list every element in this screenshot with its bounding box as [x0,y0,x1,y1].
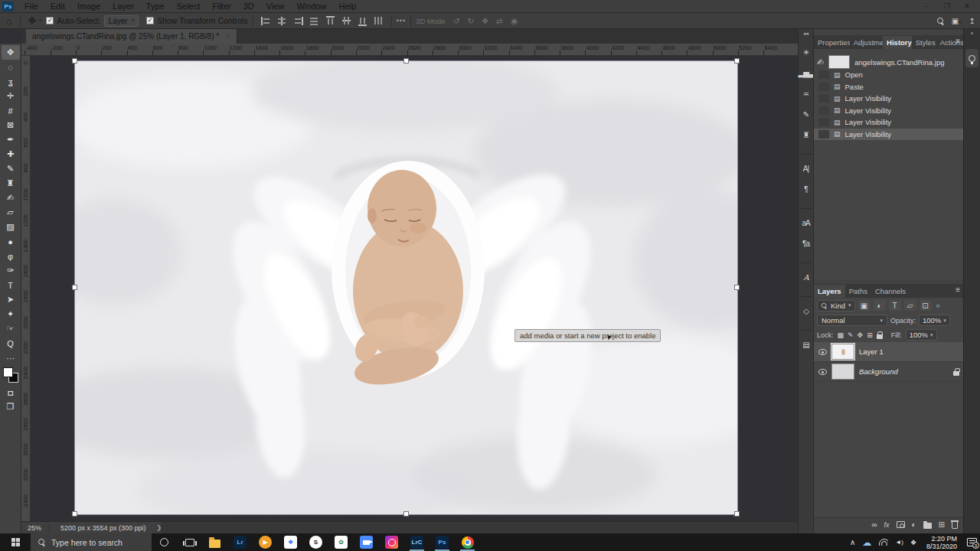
volume-icon[interactable]: ◄) [895,539,903,546]
eyedropper-tool[interactable]: ✒ [2,132,20,147]
healing-brush-tool[interactable]: ✚ [2,147,20,161]
dropbox-tray-icon[interactable]: ❖ [910,539,916,546]
file-explorer-button[interactable] [202,533,227,551]
lasso-tool[interactable]: ʓ [2,74,20,89]
layer-name[interactable]: Background [859,367,949,376]
foreground-color-swatch[interactable] [3,367,13,377]
history-state-row[interactable]: ▤Layer Visibility [814,93,964,105]
color-swatches[interactable] [3,367,18,383]
filter-shape-layers-icon[interactable]: ▱ [904,300,916,311]
move-tool-preset-icon[interactable]: ✥ [25,15,39,26]
status-expander-icon[interactable]: ❯ [157,524,162,531]
distribute-horizontal-icon[interactable] [309,17,319,25]
link-layers-icon[interactable]: ∞ [871,520,877,529]
edit-toolbar[interactable]: ··· [2,350,20,365]
character-styles-panel-icon[interactable]: aA [799,216,813,230]
align-vertical-centers-icon[interactable] [277,17,287,25]
share-icon[interactable]: ↥ [969,17,975,25]
menu-image[interactable]: Image [71,0,107,13]
history-brush-tool[interactable]: ✍ [2,191,20,205]
history-state-row[interactable]: ▤Open [814,69,964,81]
workspace-switcher-icon[interactable]: ▣▾ [952,17,962,25]
layer-thumbnail[interactable] [831,364,854,380]
tab-properties[interactable]: Properties [814,36,850,49]
menu-select[interactable]: Select [171,0,207,13]
transform-handle-bottom-center[interactable] [403,511,409,517]
transform-handle-top-right[interactable] [734,58,740,64]
properties-panel-icon[interactable]: ≍ [799,86,813,100]
lock-transparent-pixels-icon[interactable]: ▩ [838,331,844,339]
clone-stamp-tool[interactable]: ♜ [2,176,20,191]
auto-select-target-dropdown[interactable]: Layer ▾ [104,15,139,27]
blend-mode-dropdown[interactable]: Normal ▾ [817,315,887,326]
taskbar-app-zoom[interactable] [354,533,379,551]
transform-handle-bottom-left[interactable] [72,511,77,517]
lock-position-icon[interactable]: ✥ [858,331,864,339]
taskbar-app-lightroom[interactable]: Lr [227,533,253,551]
shape-tool[interactable]: ✦ [2,307,20,321]
history-source-well[interactable] [818,83,829,91]
menu-window[interactable]: Window [290,0,332,13]
dock-collapse-icon[interactable]: ◂◂ [803,31,808,38]
tab-layers[interactable]: Layers [814,285,845,298]
menu-view[interactable]: View [260,0,291,13]
quick-mask-button[interactable]: ◘ [2,385,20,399]
frame-tool[interactable]: ⊠ [2,118,20,132]
hand-tool[interactable]: ☞ [2,321,20,336]
lock-artboard-icon[interactable]: ⊞ [867,331,873,339]
filter-pixel-layers-icon[interactable]: ▣ [858,300,871,311]
cortana-button[interactable] [152,533,177,551]
type-tool[interactable]: T [2,278,20,292]
filter-smart-objects-icon[interactable]: ⊡ [920,300,932,311]
layer-row-layer-1[interactable]: Layer 1 [814,342,964,362]
history-source-well[interactable] [818,94,829,103]
taskbar-app-photoshop[interactable]: Ps [430,533,455,551]
search-icon[interactable] [937,18,944,24]
vertical-ruler[interactable]: 0200400600800100012001400160018002000220… [21,56,31,521]
taskbar-app-green-utility[interactable]: ✿ [328,533,354,551]
align-right-edges-icon[interactable] [293,17,303,25]
taskbar-app-media-player[interactable]: ▶ [253,533,278,551]
history-state-row[interactable]: ▤Layer Visibility [814,116,964,129]
minimize-button[interactable]: – [917,0,937,12]
history-panel-menu-icon[interactable]: ≡ [956,37,960,45]
clone-source-panel-icon[interactable]: ♜ [799,128,813,142]
canvas[interactable] [75,61,737,514]
filter-toggle-icon[interactable]: ○ [936,302,940,309]
taskbar-app-dropbox[interactable]: ❖ [278,533,303,551]
blur-tool[interactable]: ● [2,234,20,249]
menu-type[interactable]: Type [140,0,171,13]
show-transform-checkbox[interactable]: ✓ [146,17,154,24]
tab-channels[interactable]: Channels [871,285,910,298]
libraries-panel-icon[interactable]: ▤ [799,337,813,351]
learn-panel-button[interactable] [965,49,978,67]
layers-panel-menu-icon[interactable]: ≡ [956,285,960,294]
move-tool[interactable]: ✥ [2,45,20,60]
layer-visibility-eye-icon[interactable] [818,349,827,355]
menu-file[interactable]: File [18,0,44,13]
auto-select-checkbox[interactable]: ✓ [46,17,54,24]
lock-image-pixels-icon[interactable]: ✎ [848,331,854,339]
path-selection-tool[interactable]: ➤ [2,292,20,307]
start-button[interactable] [0,533,31,551]
history-state-row[interactable]: ▤Layer Visibility [814,105,964,117]
align-left-edges-icon[interactable] [261,17,271,25]
character-panel-icon[interactable]: A| [799,161,813,175]
history-state-row[interactable]: ▤Paste [814,81,964,93]
history-source-well[interactable] [818,70,829,79]
history-source-well[interactable] [818,106,829,115]
brush-tool[interactable]: ✎ [2,161,20,176]
taskbar-search[interactable]: Type here to search [31,533,152,551]
menu-help[interactable]: Help [333,0,363,13]
filter-type-layers-icon[interactable]: T [889,300,901,311]
layer-row-background[interactable]: Background [814,362,964,382]
brush-settings-panel-icon[interactable]: ✎ [799,107,813,121]
dodge-tool[interactable]: φ [2,249,20,263]
history-state-row[interactable]: ▤Layer Visibility [814,129,964,141]
zoom-level-field[interactable]: 25% [21,524,50,532]
fill-field[interactable]: 100% ▾ [906,329,937,341]
lock-all-icon[interactable] [877,334,883,339]
zoom-tool[interactable]: Q [2,336,20,350]
history-source-well[interactable] [818,130,829,139]
new-adjustment-layer-icon[interactable]: ◐ [912,520,916,529]
